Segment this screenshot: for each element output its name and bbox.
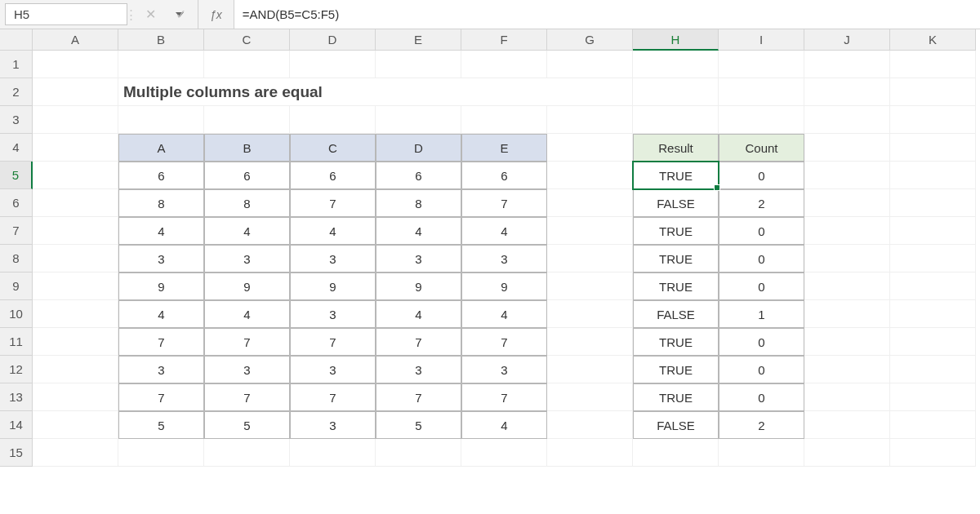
- cell-D14[interactable]: 3: [290, 411, 376, 439]
- cell-K2[interactable]: [890, 78, 976, 106]
- select-all-corner[interactable]: [0, 29, 33, 51]
- cell-C4[interactable]: B: [204, 134, 290, 162]
- cell-J11[interactable]: [804, 328, 890, 356]
- col-header-J[interactable]: J: [804, 29, 890, 51]
- cell-K14[interactable]: [890, 411, 976, 439]
- cell-J6[interactable]: [804, 189, 890, 217]
- cell-D8[interactable]: 3: [290, 245, 376, 273]
- cell-J7[interactable]: [804, 217, 890, 245]
- cell-B1[interactable]: [118, 51, 204, 78]
- cell-I11[interactable]: 0: [719, 328, 804, 356]
- cell-B10[interactable]: 4: [118, 300, 204, 328]
- col-header-E[interactable]: E: [376, 29, 461, 51]
- cell-A11[interactable]: [33, 328, 118, 356]
- cell-F10[interactable]: 4: [461, 300, 547, 328]
- cell-C11[interactable]: 7: [204, 328, 290, 356]
- enter-icon[interactable]: ✓: [176, 7, 186, 22]
- col-header-C[interactable]: C: [204, 29, 290, 51]
- cell-H15[interactable]: [633, 439, 719, 467]
- cell-C1[interactable]: [204, 51, 290, 78]
- cell-E1[interactable]: [376, 51, 461, 78]
- cell-J3[interactable]: [804, 106, 890, 134]
- cell-D13[interactable]: 7: [290, 383, 376, 411]
- cell-G8[interactable]: [547, 245, 633, 273]
- cell-H8[interactable]: TRUE: [633, 245, 719, 273]
- cell-E3[interactable]: [376, 106, 461, 134]
- cell-B13[interactable]: 7: [118, 383, 204, 411]
- cell-E15[interactable]: [376, 439, 461, 467]
- col-header-B[interactable]: B: [118, 29, 204, 51]
- cell-A3[interactable]: [33, 106, 118, 134]
- cell-J10[interactable]: [804, 300, 890, 328]
- cell-I15[interactable]: [719, 439, 804, 467]
- cell-K12[interactable]: [890, 356, 976, 383]
- cell-E6[interactable]: 8: [376, 189, 461, 217]
- row-header-11[interactable]: 11: [0, 328, 33, 356]
- cell-J4[interactable]: [804, 134, 890, 162]
- cell-K4[interactable]: [890, 134, 976, 162]
- cell-K7[interactable]: [890, 217, 976, 245]
- cell-B15[interactable]: [118, 439, 204, 467]
- cell-B6[interactable]: 8: [118, 189, 204, 217]
- cell-B12[interactable]: 3: [118, 356, 204, 383]
- cell-J8[interactable]: [804, 245, 890, 273]
- cell-I8[interactable]: 0: [719, 245, 804, 273]
- row-header-3[interactable]: 3: [0, 106, 33, 134]
- cell-D5[interactable]: 6: [290, 162, 376, 189]
- col-header-I[interactable]: I: [719, 29, 804, 51]
- cell-G5[interactable]: [547, 162, 633, 189]
- cell-F4[interactable]: E: [461, 134, 547, 162]
- cell-F12[interactable]: 3: [461, 356, 547, 383]
- cell-I5[interactable]: 0: [719, 162, 804, 189]
- cell-B5[interactable]: 6: [118, 162, 204, 189]
- name-box-wrap[interactable]: [5, 3, 127, 25]
- formula-input[interactable]: [234, 0, 980, 29]
- cell-A1[interactable]: [33, 51, 118, 78]
- cell-H11[interactable]: TRUE: [633, 328, 719, 356]
- cell-C6[interactable]: 8: [204, 189, 290, 217]
- cell-A14[interactable]: [33, 411, 118, 439]
- cell-A6[interactable]: [33, 189, 118, 217]
- cell-H12[interactable]: TRUE: [633, 356, 719, 383]
- row-header-6[interactable]: 6: [0, 189, 33, 217]
- cell-B3[interactable]: [118, 106, 204, 134]
- cell-B8[interactable]: 3: [118, 245, 204, 273]
- cell-G6[interactable]: [547, 189, 633, 217]
- cell-J13[interactable]: [804, 383, 890, 411]
- cell-F5[interactable]: 6: [461, 162, 547, 189]
- cell-F1[interactable]: [461, 51, 547, 78]
- cell-D6[interactable]: 7: [290, 189, 376, 217]
- cell-F3[interactable]: [461, 106, 547, 134]
- row-header-14[interactable]: 14: [0, 411, 33, 439]
- cell-B9[interactable]: 9: [118, 273, 204, 300]
- cell-F15[interactable]: [461, 439, 547, 467]
- cell-D1[interactable]: [290, 51, 376, 78]
- col-header-D[interactable]: D: [290, 29, 376, 51]
- cell-A5[interactable]: [33, 162, 118, 189]
- row-header-13[interactable]: 13: [0, 383, 33, 411]
- row-header-7[interactable]: 7: [0, 217, 33, 245]
- cell-C9[interactable]: 9: [204, 273, 290, 300]
- cell-H6[interactable]: FALSE: [633, 189, 719, 217]
- cell-I6[interactable]: 2: [719, 189, 804, 217]
- cell-K8[interactable]: [890, 245, 976, 273]
- cell-K10[interactable]: [890, 300, 976, 328]
- cell-F14[interactable]: 4: [461, 411, 547, 439]
- cell-H13[interactable]: TRUE: [633, 383, 719, 411]
- cell-C15[interactable]: [204, 439, 290, 467]
- cell-K1[interactable]: [890, 51, 976, 78]
- cell-A2[interactable]: [33, 78, 118, 106]
- title-cell[interactable]: Multiple columns are equal: [118, 78, 547, 106]
- cell-G14[interactable]: [547, 411, 633, 439]
- row-header-8[interactable]: 8: [0, 245, 33, 273]
- cell-I9[interactable]: 0: [719, 273, 804, 300]
- cell-D12[interactable]: 3: [290, 356, 376, 383]
- cell-F11[interactable]: 7: [461, 328, 547, 356]
- cell-J2[interactable]: [804, 78, 890, 106]
- cell-J5[interactable]: [804, 162, 890, 189]
- cell-C12[interactable]: 3: [204, 356, 290, 383]
- cell-G1[interactable]: [547, 51, 633, 78]
- splitter-handle[interactable]: ⋮: [127, 0, 134, 29]
- row-header-1[interactable]: 1: [0, 51, 33, 78]
- cell-C8[interactable]: 3: [204, 245, 290, 273]
